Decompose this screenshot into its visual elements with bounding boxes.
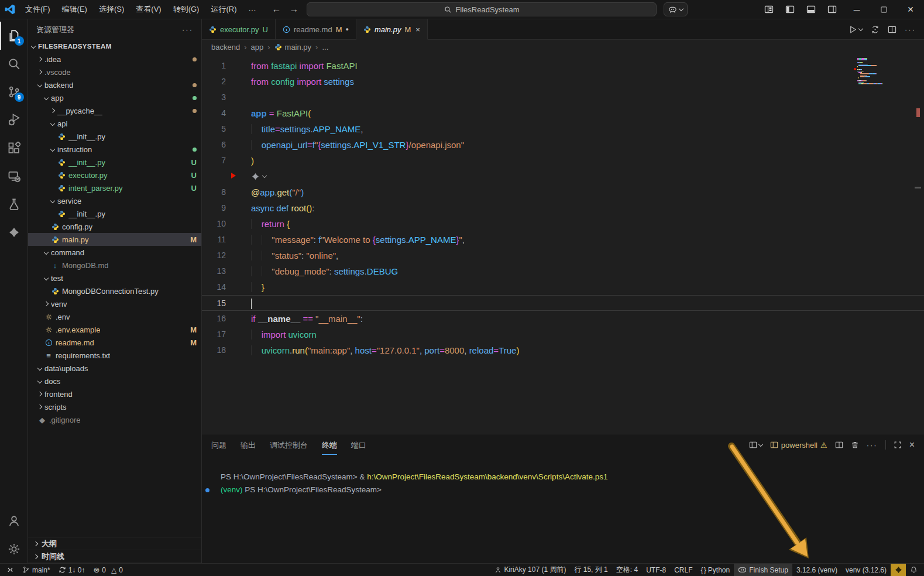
tree-item[interactable]: .env <box>28 310 201 323</box>
terminal-launch-icon[interactable] <box>749 441 762 449</box>
code-line-11[interactable]: 11 "message": f"Welcome to {settings.APP… <box>202 232 924 248</box>
status-item-0[interactable]: ⊗0△0 <box>89 564 127 576</box>
activitybar-debug-icon[interactable] <box>0 106 28 134</box>
activitybar-files-icon[interactable]: 1 <box>0 22 28 50</box>
status-item-finish-setup[interactable]: Finish Setup <box>734 564 792 576</box>
tree-item[interactable]: intent_parser.pyU <box>28 181 201 194</box>
code-line-13[interactable]: 13 "debug_mode": settings.DEBUG <box>202 263 924 279</box>
status-item-ai-plugin[interactable] <box>891 564 906 576</box>
status-item-3-12-6-venv-[interactable]: 3.12.6 (venv) <box>792 564 841 576</box>
chevron-down-icon[interactable] <box>262 173 267 178</box>
copilot-menu-button[interactable] <box>664 2 688 16</box>
tree-item[interactable]: ◆.gitignore <box>28 413 201 426</box>
tree-root[interactable]: FILESREADSYSTEAM <box>28 40 201 53</box>
tree-item[interactable]: __init__.py <box>28 130 201 143</box>
code-line-9[interactable]: 9async def root(): <box>202 200 924 216</box>
tree-item[interactable]: ≡requirements.txt <box>28 349 201 362</box>
run-python-button[interactable] <box>849 25 863 34</box>
breadcrumb-item[interactable]: main.py <box>274 43 312 52</box>
tree-item[interactable]: venv <box>28 297 201 310</box>
code-line-2[interactable]: 2from config import settings <box>202 74 924 90</box>
maximize-button[interactable] <box>870 0 897 19</box>
status-item[interactable] <box>906 564 922 576</box>
run-dropdown-icon[interactable] <box>858 26 863 30</box>
tree-item[interactable]: main.pyM <box>28 233 201 246</box>
panel-more-icon[interactable]: ··· <box>867 441 878 450</box>
terminal-tab-powershell[interactable]: powershell ⚠ <box>770 441 827 450</box>
code-line-16[interactable]: 16if __name__ == "__main__": <box>202 311 924 327</box>
menu-item[interactable]: 查看(V) <box>130 2 166 17</box>
panel-tab-问题[interactable]: 问题 <box>211 436 226 455</box>
activitybar-pinwheel-icon[interactable] <box>0 218 28 246</box>
sidebar-section-outline[interactable]: 大纲 <box>28 537 201 550</box>
breadcrumb-item[interactable]: backend <box>211 43 240 52</box>
minimap[interactable] <box>857 58 906 84</box>
tree-item[interactable]: backend <box>28 78 201 91</box>
sidebar-more-icon[interactable]: ··· <box>182 25 193 34</box>
tree-item[interactable]: frontend <box>28 388 201 400</box>
status-item--4[interactable]: 空格: 4 <box>612 564 642 576</box>
tree-item[interactable]: __init__.py <box>28 207 201 220</box>
tree-item[interactable]: scripts <box>28 400 201 413</box>
command-center-search[interactable]: FilesReadSysteam <box>307 2 657 16</box>
split-editor-icon[interactable] <box>888 25 896 34</box>
code-line-18[interactable]: 18 uvicorn.run("main:app", host="127.0.0… <box>202 342 924 358</box>
tree-item[interactable]: ↓MongoDB.md <box>28 259 201 272</box>
code-line-5[interactable]: 5 title=settings.APP_NAME, <box>202 121 924 137</box>
more-actions-icon[interactable]: ··· <box>905 25 916 34</box>
tree-item[interactable]: app <box>28 91 201 104</box>
tree-item[interactable]: service <box>28 194 201 207</box>
editor-tab-executor.py[interactable]: executor.pyU <box>202 19 276 39</box>
nav-back-icon[interactable]: ← <box>272 4 281 15</box>
menu-item[interactable]: 编辑(E) <box>57 2 92 17</box>
breadcrumb-item[interactable]: app <box>251 43 264 52</box>
editor-tab-main.py[interactable]: main.pyM× <box>356 19 428 40</box>
tree-item[interactable]: instruction <box>28 143 201 156</box>
code-editor[interactable]: 1from fastapi import FastAPI2from config… <box>202 54 924 434</box>
panel-tab-终端[interactable]: 终端 <box>322 436 337 455</box>
maximize-panel-icon[interactable] <box>894 441 902 449</box>
code-line-12[interactable]: 12 "status": "online", <box>202 248 924 263</box>
tree-item[interactable]: .env.exampleM <box>28 323 201 336</box>
code-line-14[interactable]: 14 } <box>202 279 924 295</box>
toggle-panel-icon[interactable] <box>803 2 819 16</box>
dirty-dot-icon[interactable]: ● <box>345 26 348 32</box>
ai-assistant-icon[interactable] <box>251 172 260 181</box>
status-item--15-1[interactable]: 行 15, 列 1 <box>570 564 612 576</box>
menu-item[interactable]: ··· <box>243 3 261 16</box>
status-item-1-0-[interactable]: 1↓ 0↑ <box>54 564 90 576</box>
code-line-15[interactable]: 15 <box>202 295 924 311</box>
code-line-4[interactable]: 4app = FastAPI( <box>202 105 924 121</box>
close-panel-icon[interactable]: × <box>909 440 915 450</box>
code-line-6[interactable]: 6 openapi_url=f"{settings.API_V1_STR}/op… <box>202 137 924 153</box>
panel-tab-调试控制台[interactable]: 调试控制台 <box>270 436 308 455</box>
menu-item[interactable]: 运行(R) <box>205 2 242 17</box>
panel-tab-输出[interactable]: 输出 <box>241 436 256 455</box>
chevron-down-icon[interactable] <box>758 441 763 446</box>
command-decoration-dot[interactable] <box>205 488 209 492</box>
close-tab-icon[interactable]: × <box>415 25 420 34</box>
tree-item[interactable]: .idea <box>28 53 201 66</box>
tree-item[interactable]: executor.pyU <box>28 169 201 181</box>
tree-item[interactable]: data\uploads <box>28 362 201 375</box>
tree-item[interactable]: __pycache__ <box>28 104 201 117</box>
status-item-crlf[interactable]: CRLF <box>670 564 696 576</box>
code-line-10[interactable]: 10 return { <box>202 216 924 232</box>
code-line-8[interactable]: 8@app.get("/") <box>202 184 924 200</box>
toggle-secondary-sidebar-icon[interactable] <box>825 2 840 16</box>
activitybar-account-icon[interactable] <box>0 507 28 535</box>
activitybar-extensions-icon[interactable] <box>0 134 28 162</box>
tree-item[interactable]: docs <box>28 375 201 388</box>
tree-item[interactable]: .vscode <box>28 66 201 78</box>
tree-item[interactable]: config.py <box>28 220 201 233</box>
close-button[interactable]: × <box>897 0 924 19</box>
customize-layout-icon[interactable] <box>761 2 777 16</box>
status-item-utf-8[interactable]: UTF-8 <box>642 564 670 576</box>
terminal-output[interactable]: PS H:\OwnProject\FilesReadSysteam> & h:\… <box>202 455 924 563</box>
sidebar-section-timeline[interactable]: 时间线 <box>28 550 201 563</box>
code-line-3[interactable]: 3 <box>202 90 924 105</box>
panel-tab-端口[interactable]: 端口 <box>351 436 366 455</box>
tree-item[interactable]: __init__.pyU <box>28 156 201 169</box>
activitybar-scm-icon[interactable]: 9 <box>0 78 28 106</box>
kill-terminal-icon[interactable] <box>851 441 859 449</box>
